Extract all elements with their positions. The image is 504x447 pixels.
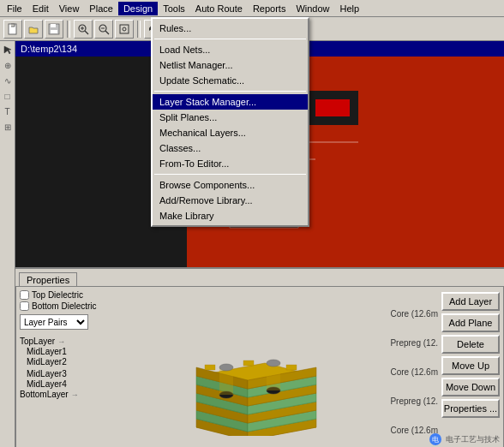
save-btn[interactable] <box>45 20 63 39</box>
svg-point-13 <box>123 27 126 31</box>
layer-midlayer3: MidLayer3 <box>20 369 123 378</box>
add-plane-button[interactable]: Add Plane <box>441 313 500 332</box>
layer-pairs-select[interactable]: Layer Pairs <box>20 314 88 330</box>
sidebar-tool2[interactable]: ⊕ <box>1 58 15 72</box>
layer-stack-content: Top Dielectric Bottom Dielectric Layer P… <box>20 290 500 444</box>
menu-reports[interactable]: Reports <box>248 2 291 15</box>
svg-line-10 <box>105 31 109 34</box>
svg-rect-54 <box>219 367 233 395</box>
menu-place[interactable]: Place <box>84 2 118 15</box>
sidebar-tool6[interactable]: ⊞ <box>1 120 15 134</box>
svg-rect-61 <box>286 365 297 370</box>
menu-window[interactable]: Window <box>291 2 334 15</box>
midlayer1-label: MidLayer1 <box>27 347 67 356</box>
bottom-dielectric-row: Bottom Dielectric <box>20 301 123 311</box>
sidebar-tool4[interactable]: □ <box>1 89 15 103</box>
menu-file[interactable]: File <box>2 2 27 15</box>
zoom-out-btn[interactable] <box>94 20 113 39</box>
layer-labels: Core (12.6m Prepreg (12. Core (12.6m Pre… <box>390 290 438 444</box>
move-down-button[interactable]: Move Down <box>441 378 500 396</box>
properties-tab-label: Properties <box>27 275 69 285</box>
menu-design[interactable]: Design <box>118 2 158 15</box>
sidebar-select[interactable] <box>1 43 15 57</box>
svg-marker-20 <box>4 46 11 54</box>
layer-3d-view <box>126 290 387 444</box>
checkboxes-row: Top Dielectric Bottom Dielectric <box>20 290 123 311</box>
toolbar-sep3 <box>187 21 190 38</box>
toplayer-arrow: → <box>57 337 65 346</box>
pcb-titlebar: D:\temp2\134 <box>15 41 504 57</box>
zoom-in-btn[interactable] <box>74 20 93 39</box>
layer-stack-svg <box>171 299 342 436</box>
toolbar-sep1 <box>67 21 70 38</box>
layer-toplayer: TopLayer → <box>20 337 123 346</box>
prepreg-label-2: Prepreg (12. <box>390 396 438 406</box>
menu-view[interactable]: View <box>54 2 85 15</box>
midlayer2-label: MidLayer2 <box>27 357 67 367</box>
sidebar-tool3[interactable]: ∿ <box>1 74 15 87</box>
watermark: 电 电子工艺与技术 <box>429 432 500 446</box>
delete-button[interactable]: Delete <box>441 335 500 354</box>
menu-autoroute[interactable]: Auto Route <box>190 2 248 15</box>
core-label-2: Core (12.6m <box>390 367 438 377</box>
hash-btn[interactable]: # <box>194 20 213 39</box>
svg-rect-4 <box>51 30 57 33</box>
new-btn[interactable] <box>3 20 22 39</box>
main-area: ⊕ ∿ □ T ⊞ D:\temp2\134 <box>0 41 504 447</box>
properties-button[interactable]: Properties ... <box>441 399 500 418</box>
top-dielectric-row: Top Dielectric <box>20 290 123 300</box>
pcb-title: D:\temp2\134 <box>21 44 77 54</box>
bottom-dielectric-label: Bottom Dielectric <box>32 301 97 311</box>
layer-bottomlayer: BottomLayer → <box>20 390 123 399</box>
open-btn[interactable] <box>24 20 43 39</box>
pcb-area: D:\temp2\134 <box>15 41 504 447</box>
svg-point-58 <box>267 360 280 367</box>
action-buttons: Add Layer Add Plane Delete Move Up Move … <box>441 290 500 444</box>
menu-help[interactable]: Help <box>335 2 365 15</box>
zoom-fit-btn[interactable] <box>115 20 134 39</box>
svg-point-26 <box>268 112 294 138</box>
layer-right-panel: Core (12.6m Prepreg (12. Core (12.6m Pre… <box>390 290 500 444</box>
toolbar: # <box>0 17 504 41</box>
top-dielectric-label: Top Dielectric <box>32 290 83 300</box>
bottom-dielectric-checkbox[interactable] <box>20 301 29 311</box>
prepreg-label-1: Prepreg (12. <box>390 338 438 348</box>
move-up-button[interactable]: Move Up <box>441 356 500 375</box>
svg-rect-57 <box>267 363 280 390</box>
svg-rect-60 <box>243 361 254 366</box>
properties-content: Top Dielectric Bottom Dielectric Layer P… <box>15 286 504 447</box>
bottomlayer-arrow: → <box>71 390 79 399</box>
svg-rect-31 <box>230 185 298 228</box>
menu-edit[interactable]: Edit <box>27 2 54 15</box>
menu-tools[interactable]: Tools <box>158 2 190 15</box>
svg-rect-24 <box>238 69 255 82</box>
watermark-text: 电子工艺与技术 <box>446 434 500 445</box>
pcb-canvas[interactable]: Properties Top Dielectric <box>15 57 504 447</box>
midlayer4-label: MidLayer4 <box>27 379 67 389</box>
properties-panel: Properties Top Dielectric <box>15 267 504 447</box>
layer-midlayer4: MidLayer4 <box>20 379 123 389</box>
layer-left-panel: Top Dielectric Bottom Dielectric Layer P… <box>20 290 123 444</box>
svg-rect-28 <box>315 99 350 116</box>
undo-btn[interactable] <box>144 20 163 39</box>
layer-list: TopLayer → MidLayer1 MidLayer2 <box>20 337 123 399</box>
svg-rect-3 <box>51 24 56 27</box>
layer-midlayer1: MidLayer1 <box>20 347 123 356</box>
top-dielectric-checkbox[interactable] <box>20 290 29 300</box>
svg-text:电: 电 <box>432 436 439 444</box>
left-sidebar: ⊕ ∿ □ T ⊞ <box>0 41 15 447</box>
svg-line-6 <box>85 31 88 34</box>
grid-btn[interactable] <box>214 20 233 39</box>
layer-pairs-dropdown: Layer Pairs <box>20 314 123 330</box>
properties-tab[interactable]: Properties <box>19 272 77 287</box>
add-layer-button[interactable]: Add Layer <box>441 292 500 311</box>
bottomlayer-label: BottomLayer <box>20 390 69 399</box>
toplayer-label: TopLayer <box>20 337 55 346</box>
sidebar-tool5[interactable]: T <box>1 104 15 118</box>
midlayer3-label: MidLayer3 <box>27 369 67 378</box>
toolbar-sep2 <box>137 21 141 38</box>
svg-rect-12 <box>120 25 129 33</box>
redo-btn[interactable] <box>165 20 183 39</box>
svg-point-55 <box>219 364 233 371</box>
layer-midlayer2: MidLayer2 <box>20 357 123 367</box>
